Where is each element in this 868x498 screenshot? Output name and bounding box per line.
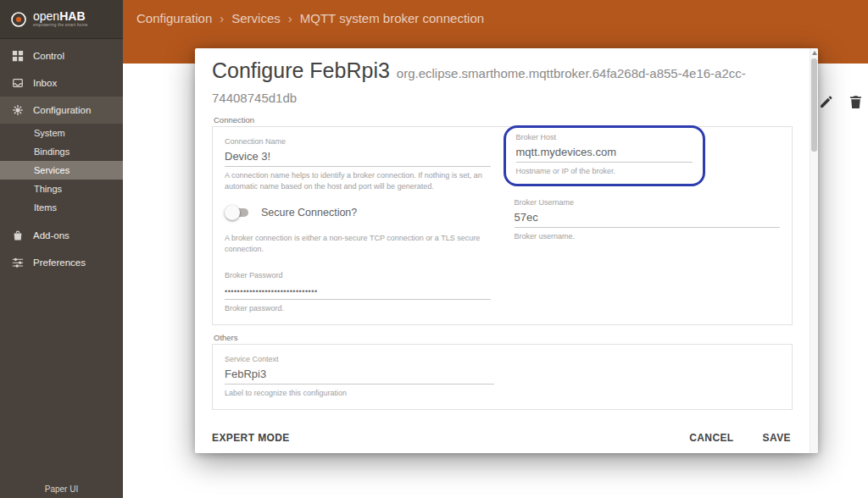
- breadcrumb-separator: ›: [288, 11, 292, 25]
- sidebar-item-label: Preferences: [33, 257, 86, 268]
- connection-name-field: Connection Name Device 3! A connection n…: [225, 132, 491, 191]
- sidebar-subitem-bindings[interactable]: Bindings: [0, 142, 123, 161]
- sidebar-item-control[interactable]: Control: [0, 42, 123, 69]
- sidebar-item-inbox[interactable]: Inbox: [0, 69, 123, 97]
- dialog-footer: EXPERT MODE CANCEL SAVE: [195, 423, 810, 453]
- save-button[interactable]: SAVE: [763, 432, 791, 444]
- sidebar-item-label: Configuration: [33, 105, 91, 115]
- subitem-label: System: [34, 128, 65, 138]
- breadcrumb-separator: ›: [220, 11, 224, 25]
- scrollbar-up-arrow-icon[interactable]: [812, 51, 817, 55]
- subitem-label: Bindings: [34, 147, 70, 157]
- breadcrumb-configuration[interactable]: Configuration: [136, 11, 212, 25]
- edit-service-button[interactable]: [819, 95, 833, 109]
- sidebar-item-preferences[interactable]: Preferences: [0, 249, 123, 276]
- subitem-label: Things: [34, 184, 62, 194]
- field-label: Service Context: [225, 350, 494, 363]
- preferences-icon: [12, 257, 24, 268]
- broker-host-field: Broker Host mqtt.mydevices.com Hostname …: [516, 128, 693, 177]
- pencil-icon: [819, 95, 833, 109]
- field-label: Connection Name: [225, 132, 491, 146]
- scrollbar-thumb[interactable]: [811, 58, 817, 152]
- field-helper: A connection name helps to identify a br…: [225, 167, 491, 191]
- broker-host-input[interactable]: mqtt.mydevices.com: [516, 141, 693, 163]
- sidebar-nav: Control Inbox Configuration System Bindi…: [0, 42, 123, 276]
- field-label: Broker Password: [225, 266, 491, 279]
- openhab-logo-icon: [10, 11, 27, 28]
- subitem-label: Items: [34, 202, 57, 213]
- broker-password-field: Broker Password ••••••••••••••••••••••••…: [225, 266, 491, 314]
- openhab-logo: openHAB empowering the smart home: [0, 0, 123, 39]
- secure-connection-field: Secure Connection? A broker connection i…: [225, 207, 491, 254]
- section-label: Connection: [214, 115, 793, 125]
- sidebar-item-label: Control: [33, 51, 64, 61]
- sidebar-item-label: Add-ons: [33, 230, 70, 241]
- sidebar-subitem-items[interactable]: Items: [0, 198, 123, 217]
- secure-connection-toggle[interactable]: [225, 208, 250, 218]
- broker-username-field: Broker Username 57ec Broker username.: [515, 193, 781, 242]
- trash-icon: [849, 95, 863, 109]
- field-helper: A broker connection is either a non-secu…: [225, 230, 491, 254]
- section-others: Others Service Context FebRpi3 Label to …: [212, 333, 793, 410]
- section-connection: Connection Connection Name Device 3! A c…: [212, 115, 793, 325]
- service-context-field: Service Context FebRpi3 Label to recogni…: [225, 350, 494, 399]
- section-label: Others: [214, 333, 793, 342]
- inbox-icon: [12, 77, 24, 89]
- connection-name-input[interactable]: Device 3!: [225, 146, 491, 167]
- paper-ui-footer: Paper UI: [0, 484, 123, 494]
- broker-password-input[interactable]: ••••••••••••••••••••••••••••••: [225, 279, 491, 300]
- field-helper: Label to recognize this configuration: [225, 385, 494, 399]
- field-label: Broker Username: [515, 193, 781, 207]
- subitem-label: Services: [34, 165, 70, 175]
- field-helper: Broker password.: [225, 300, 491, 314]
- expert-mode-button[interactable]: EXPERT MODE: [212, 432, 290, 444]
- delete-service-button[interactable]: [849, 95, 863, 109]
- broker-host-annotation-highlight: Broker Host mqtt.mydevices.com Hostname …: [504, 125, 705, 186]
- cancel-button[interactable]: CANCEL: [689, 432, 733, 444]
- sidebar-item-configuration[interactable]: Configuration: [0, 97, 123, 124]
- sidebar-subitem-system[interactable]: System: [0, 124, 123, 142]
- breadcrumb-services[interactable]: Services: [231, 11, 281, 25]
- gear-icon: [12, 104, 24, 116]
- sidebar-subitem-services[interactable]: Services: [0, 161, 123, 180]
- service-context-input[interactable]: FebRpi3: [225, 363, 494, 385]
- field-helper: Broker username.: [515, 228, 781, 242]
- dialog-scrollbar[interactable]: [810, 48, 818, 453]
- broker-username-input[interactable]: 57ec: [515, 207, 781, 228]
- sidebar: openHAB empowering the smart home Contro…: [0, 0, 123, 498]
- breadcrumb-current-page: MQTT system broker connection: [300, 11, 484, 25]
- logo-subtitle: empowering the smart home: [33, 24, 88, 28]
- field-label: Broker Host: [516, 128, 693, 141]
- logo-title: openHAB: [33, 10, 88, 22]
- sidebar-subitem-things[interactable]: Things: [0, 180, 123, 198]
- service-actions: [819, 95, 863, 109]
- sidebar-item-label: Inbox: [33, 78, 57, 88]
- control-grid-icon: [12, 50, 24, 62]
- dialog-title: Configure FebRpi3org.eclipse.smarthome.m…: [212, 58, 793, 108]
- toggle-label: Secure Connection?: [261, 207, 357, 219]
- breadcrumb: Configuration › Services › MQTT system b…: [136, 11, 868, 25]
- field-helper: Hostname or IP of the broker.: [516, 163, 693, 177]
- configure-dialog: Configure FebRpi3org.eclipse.smarthome.m…: [195, 48, 818, 453]
- sidebar-item-addons[interactable]: Add-ons: [0, 222, 123, 249]
- addons-icon: [12, 230, 24, 241]
